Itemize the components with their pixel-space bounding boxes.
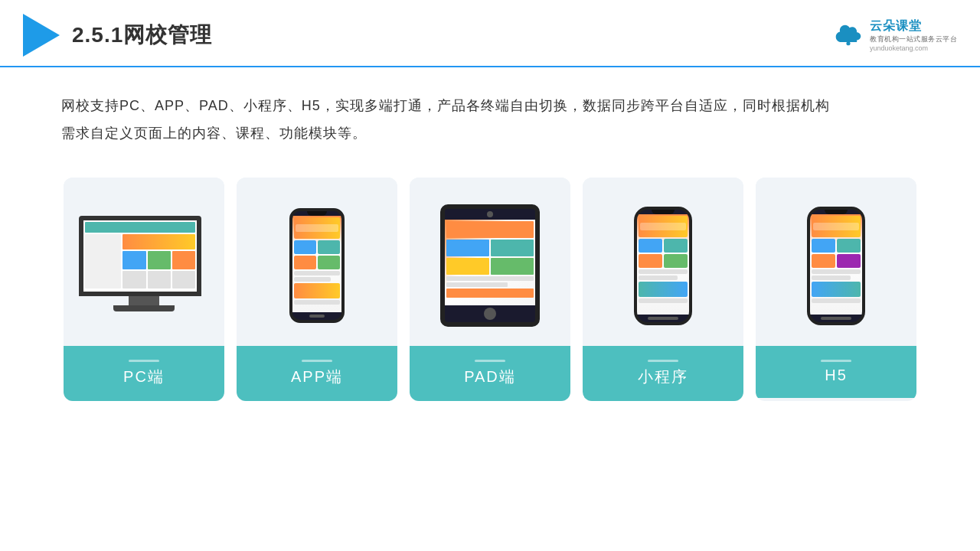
phone-mockup-h5 [807,207,865,325]
brand-name: 云朵课堂 [870,18,922,34]
card-pc[interactable]: PC端 [64,178,224,401]
card-h5[interactable]: H5 [756,178,916,401]
card-h5-label: H5 [756,346,916,398]
header-left: 2.5.1网校管理 [23,14,212,57]
tablet-mockup [440,204,540,327]
card-app[interactable]: APP端 [237,178,397,401]
brand-sub: 教育机构一站式服务云平台 [870,34,957,44]
description-text: 网校支持PC、APP、PAD、小程序、H5，实现多端打通，产品各终端自由切换，数… [61,92,919,147]
card-pad-image [410,178,570,346]
card-h5-image [756,178,916,346]
brand-logo: 云朵课堂 教育机构一站式服务云平台 yunduoketang.com [831,18,957,52]
card-app-label: APP端 [237,346,397,401]
brand-url: yunduoketang.com [870,44,928,52]
cloud-icon [831,24,865,47]
brand-text: 云朵课堂 教育机构一站式服务云平台 yunduoketang.com [870,18,957,52]
card-pad-label: PAD端 [410,346,570,401]
card-app-image [237,178,397,346]
phone-mockup-app [289,208,345,323]
phone-mockup-mini [634,207,692,325]
monitor-mockup [79,216,209,315]
card-mini[interactable]: 小程序 [583,178,743,401]
cards-container: PC端 [0,162,980,416]
card-mini-image [583,178,743,346]
card-pad[interactable]: PAD端 [410,178,570,401]
page-title: 2.5.1网校管理 [72,21,212,50]
page-header: 2.5.1网校管理 云朵课堂 教育机构一站式服务云平台 yunduoketang… [0,0,980,67]
card-pc-label: PC端 [64,346,224,401]
logo-icon [23,14,60,57]
card-mini-label: 小程序 [583,346,743,401]
svg-point-0 [846,41,850,45]
card-pc-image [64,178,224,346]
description-section: 网校支持PC、APP、PAD、小程序、H5，实现多端打通，产品各终端自由切换，数… [0,67,980,162]
